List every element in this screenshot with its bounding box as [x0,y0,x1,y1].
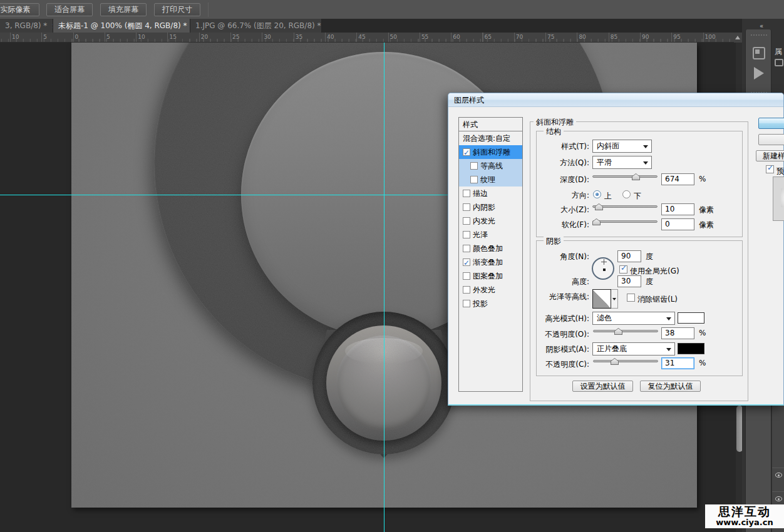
opacity1-input[interactable]: 38 [661,327,694,339]
ruler-label: 85 [611,34,617,40]
document-tab[interactable]: 未标题-1 @ 100% (椭圆 4, RGB/8) *× [53,19,190,33]
style-checkbox[interactable] [463,190,470,197]
direction-down-label: 下 [634,191,641,202]
ruler-label: 40 [327,34,334,40]
eye-icon[interactable] [775,473,782,478]
soften-input[interactable]: 0 [661,218,694,230]
horizontal-ruler[interactable]: 1050510152025303540455055606570758085909… [0,33,742,43]
styles-header[interactable]: 样式 [459,118,522,131]
eye-icon[interactable] [775,496,782,501]
angle-input[interactable]: 90 [617,250,641,262]
direction-label: 方向: [486,190,589,201]
preview-checkbox[interactable] [766,165,774,173]
gloss-contour-dropdown[interactable] [611,289,618,309]
opacity1-slider[interactable] [593,327,658,335]
soften-slider[interactable] [592,218,658,225]
soften-label: 软化(F): [486,220,589,230]
style-checkbox[interactable] [463,286,470,294]
ruler-label: 15 [170,34,177,40]
altitude-input[interactable]: 30 [617,275,641,287]
options-toolbar: 实际像素适合屏幕填充屏幕打印尺寸 [0,0,784,19]
ruler-label: 50 [390,34,397,40]
properties-panel-icon[interactable] [775,59,783,66]
style-checkbox[interactable] [463,217,470,225]
dialog-title[interactable]: 图层样式 [448,93,783,107]
play-icon[interactable] [754,67,764,79]
style-checkbox[interactable] [463,300,470,307]
ruler-label: 5 [43,34,47,40]
vertical-guide[interactable] [384,43,384,532]
style-label: 样式(T): [486,141,589,152]
altitude-label: 高度: [486,277,589,287]
direction-down-radio[interactable] [622,190,631,198]
method-label: 方法(Q): [486,158,589,168]
set-default-button[interactable]: 设置为默认值 [572,381,633,392]
opacity2-input[interactable]: 31 [661,357,694,369]
reset-default-button[interactable]: 复位为默认值 [640,381,701,392]
style-checkbox[interactable] [463,231,470,238]
document-tab[interactable]: 3, RGB/8) *× [0,19,53,33]
scrollbar-thumb[interactable] [736,406,742,452]
style-dropdown[interactable]: 内斜面 [592,140,652,153]
properties-panel-title: 属 [775,46,782,57]
direction-up-radio[interactable] [593,190,601,198]
shadow-mode-label: 阴影模式(A): [486,344,589,355]
chevron-down-icon [643,161,648,165]
document-tabbar: 3, RGB/8) *×未标题-1 @ 100% (椭圆 4, RGB/8) *… [0,19,784,33]
scroll-up-arrow[interactable] [734,33,742,43]
ruler-label: 0 [75,34,79,40]
document-tab[interactable]: 1.JPG @ 66.7% (图层 20, RGB/8) *× [190,19,322,33]
highlight-color-swatch[interactable] [678,312,704,324]
dock-grip[interactable] [751,34,767,36]
style-checkbox[interactable] [463,148,470,156]
angle-dial[interactable] [592,257,614,280]
global-light-checkbox[interactable] [619,265,627,274]
collapse-panels-icon[interactable]: « [760,23,764,29]
cursor-crosshair [601,259,607,265]
chevron-down-icon [666,348,671,351]
size-input[interactable]: 10 [661,203,694,215]
timeline-panel-icon[interactable] [753,47,765,59]
cancel-button[interactable] [758,134,784,145]
ruler-label: 100 [705,34,716,40]
ruler-label: 5 [106,34,110,40]
ruler-label: 45 [358,34,365,40]
layer-style-dialog: 图层样式 样式 混合选项:自定斜面和浮雕等高线纹理描边内阴影内发光光泽颜色叠加渐… [448,93,784,406]
photoshop-app: 实际像素适合屏幕填充屏幕打印尺寸 3, RGB/8) *×未标题-1 @ 100… [0,0,784,532]
antialias-checkbox[interactable] [627,294,635,302]
style-checkbox[interactable] [463,258,470,266]
horizontal-guide[interactable] [0,195,448,195]
highlight-mode-label: 高光模式(H): [486,314,589,324]
toolbar-button[interactable]: 实际像素 [0,3,39,16]
opacity2-slider[interactable] [593,357,658,365]
size-slider[interactable] [592,203,658,210]
toolbar-button[interactable]: 适合屏幕 [46,3,93,16]
ruler-label: 65 [485,34,492,40]
shading-group-label: 阴影 [544,236,564,247]
toolbar-button[interactable]: 填充屏幕 [100,3,147,16]
chevron-down-icon [643,145,648,148]
ruler-label: 25 [232,34,239,40]
shadow-color-swatch[interactable] [678,343,704,354]
depth-label: 深度(D): [486,175,589,185]
style-checkbox[interactable] [463,272,470,280]
preview-thumbnail [773,176,784,221]
depth-input[interactable]: 674 [661,173,694,185]
style-checkbox[interactable] [470,162,478,170]
ruler-label: 95 [673,34,680,40]
ok-button[interactable] [758,118,784,129]
angle-label: 角度(N): [486,252,589,262]
style-checkbox[interactable] [463,245,470,252]
style-checkbox[interactable] [470,176,478,183]
new-style-button[interactable]: 新建样式 [756,150,784,161]
ruler-label: 75 [547,34,554,40]
depth-slider[interactable] [592,173,658,180]
shadow-mode-dropdown[interactable]: 正片叠底 [592,342,675,356]
size-label: 大小(Z): [486,205,589,215]
method-dropdown[interactable]: 平滑 [592,156,652,169]
style-checkbox[interactable] [463,203,470,211]
gloss-contour-thumbnail[interactable] [592,289,611,309]
highlight-mode-dropdown[interactable]: 滤色 [592,312,675,325]
toolbar-button[interactable]: 打印尺寸 [154,3,200,16]
toolbar-separator [208,3,209,17]
